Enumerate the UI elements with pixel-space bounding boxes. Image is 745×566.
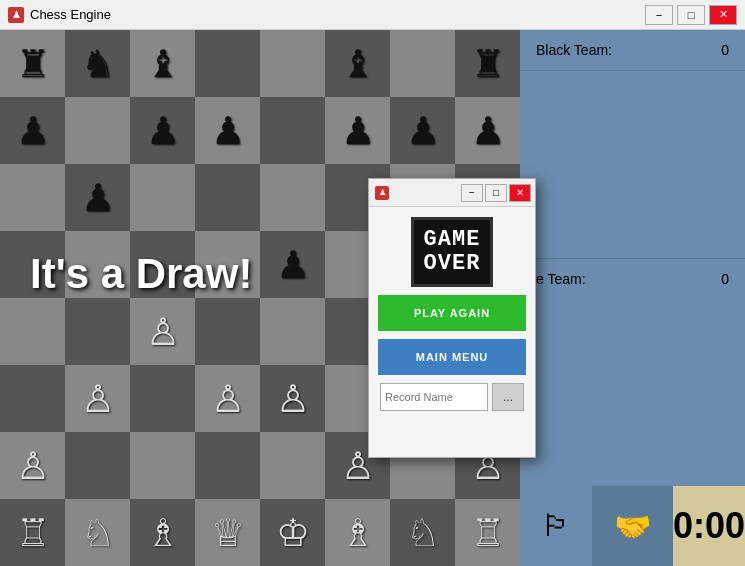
chess-cell[interactable] (0, 231, 65, 298)
chess-cell[interactable]: ♘ (65, 499, 130, 566)
chess-cell[interactable] (65, 231, 130, 298)
chess-piece: ♖ (16, 511, 50, 555)
chess-piece: ♟ (406, 109, 440, 153)
chess-cell[interactable]: ♝ (325, 30, 390, 97)
chess-piece: ♟ (146, 109, 180, 153)
dialog-close-button[interactable]: ✕ (509, 184, 531, 202)
chess-cell[interactable]: ♞ (65, 30, 130, 97)
game-over-line1: GAME (424, 228, 481, 252)
bottom-buttons: 🏳 🤝 0:00 (520, 486, 745, 566)
chess-piece: ♗ (341, 511, 375, 555)
chess-cell[interactable]: ♜ (0, 30, 65, 97)
chess-cell[interactable]: ♟ (260, 231, 325, 298)
chess-cell[interactable]: ♙ (65, 365, 130, 432)
chess-piece: ♟ (16, 109, 50, 153)
chess-piece: ♘ (406, 511, 440, 555)
chess-piece: ♘ (81, 511, 115, 555)
chess-cell[interactable]: ♕ (195, 499, 260, 566)
black-team-label: Black Team: (536, 42, 612, 58)
chess-piece: ♔ (276, 511, 310, 555)
chess-cell[interactable] (260, 298, 325, 365)
chess-cell[interactable] (260, 432, 325, 499)
title-bar-controls: − □ ✕ (645, 5, 737, 25)
chess-cell[interactable] (195, 432, 260, 499)
white-team-score-section: e Team: 0 (520, 258, 745, 299)
chess-piece: ♙ (81, 377, 115, 421)
chess-cell[interactable]: ♙ (0, 432, 65, 499)
chess-piece: ♟ (81, 176, 115, 220)
play-again-button[interactable]: PLAY AGAIN (378, 295, 526, 331)
record-dots-button[interactable]: ... (492, 383, 524, 411)
chess-cell[interactable] (65, 298, 130, 365)
dialog-minimize-button[interactable]: − (461, 184, 483, 202)
chess-cell[interactable] (390, 30, 455, 97)
chess-cell[interactable] (130, 231, 195, 298)
chess-cell[interactable] (195, 164, 260, 231)
chess-cell[interactable]: ♟ (0, 97, 65, 164)
chess-cell[interactable] (0, 365, 65, 432)
flag-button[interactable]: 🏳 (520, 486, 592, 566)
chess-cell[interactable] (65, 97, 130, 164)
chess-piece: ♟ (341, 109, 375, 153)
chess-cell[interactable]: ♙ (130, 298, 195, 365)
black-team-score-section: Black Team: 0 (520, 30, 745, 71)
chess-cell[interactable]: ♙ (260, 365, 325, 432)
chess-cell[interactable] (195, 30, 260, 97)
chess-cell[interactable] (130, 432, 195, 499)
record-name-input[interactable] (380, 383, 488, 411)
chess-cell[interactable]: ♖ (455, 499, 520, 566)
chess-cell[interactable]: ♟ (130, 97, 195, 164)
chess-cell[interactable]: ♜ (455, 30, 520, 97)
chess-cell[interactable] (65, 432, 130, 499)
chess-cell[interactable]: ♟ (325, 97, 390, 164)
chess-cell[interactable] (260, 30, 325, 97)
chess-cell[interactable]: ♙ (195, 365, 260, 432)
chess-cell[interactable] (130, 164, 195, 231)
chess-cell[interactable] (260, 164, 325, 231)
chess-cell[interactable]: ♟ (455, 97, 520, 164)
close-button[interactable]: ✕ (709, 5, 737, 25)
chess-cell[interactable] (260, 97, 325, 164)
white-team-label: e Team: (536, 271, 586, 287)
chess-piece: ♟ (211, 109, 245, 153)
chess-cell[interactable]: ♔ (260, 499, 325, 566)
chess-cell[interactable]: ♗ (325, 499, 390, 566)
minimize-button[interactable]: − (645, 5, 673, 25)
chess-piece: ♞ (81, 42, 115, 86)
chess-cell[interactable]: ♘ (390, 499, 455, 566)
chess-piece: ♟ (471, 109, 505, 153)
maximize-button[interactable]: □ (677, 5, 705, 25)
chess-cell[interactable]: ♟ (195, 97, 260, 164)
chess-cell[interactable] (130, 365, 195, 432)
chess-piece: ♗ (146, 511, 180, 555)
chess-piece: ♝ (341, 42, 375, 86)
dialog-title-bar: ♟ − □ ✕ (369, 179, 535, 207)
right-panel: Black Team: 0 e Team: 0 🏳 🤝 0:00 (520, 30, 745, 566)
chess-cell[interactable] (0, 298, 65, 365)
chess-cell[interactable] (195, 298, 260, 365)
timer-display: 0:00 (673, 486, 745, 566)
dialog-maximize-button[interactable]: □ (485, 184, 507, 202)
main-menu-button[interactable]: MAIN MENU (378, 339, 526, 375)
chess-cell[interactable] (0, 164, 65, 231)
chess-cell[interactable]: ♟ (65, 164, 130, 231)
title-bar: ♟ Chess Engine − □ ✕ (0, 0, 745, 30)
handshake-button[interactable]: 🤝 (592, 486, 673, 566)
chess-piece: ♜ (471, 42, 505, 86)
record-row: ... (380, 383, 524, 411)
chess-cell[interactable]: ♝ (130, 30, 195, 97)
flag-icon: 🏳 (541, 509, 571, 543)
chess-cell[interactable]: ♖ (0, 499, 65, 566)
chess-piece: ♙ (276, 377, 310, 421)
handshake-icon: 🤝 (614, 509, 651, 544)
dialog-body: GAME OVER PLAY AGAIN MAIN MENU ... (369, 207, 535, 421)
chess-piece: ♝ (146, 42, 180, 86)
chess-cell[interactable] (195, 231, 260, 298)
white-team-score: 0 (721, 271, 729, 287)
game-over-line2: OVER (424, 252, 481, 276)
chess-cell[interactable]: ♗ (130, 499, 195, 566)
chess-piece: ♟ (276, 243, 310, 287)
chess-piece: ♕ (211, 511, 245, 555)
chess-cell[interactable]: ♟ (390, 97, 455, 164)
black-team-score: 0 (721, 42, 729, 58)
